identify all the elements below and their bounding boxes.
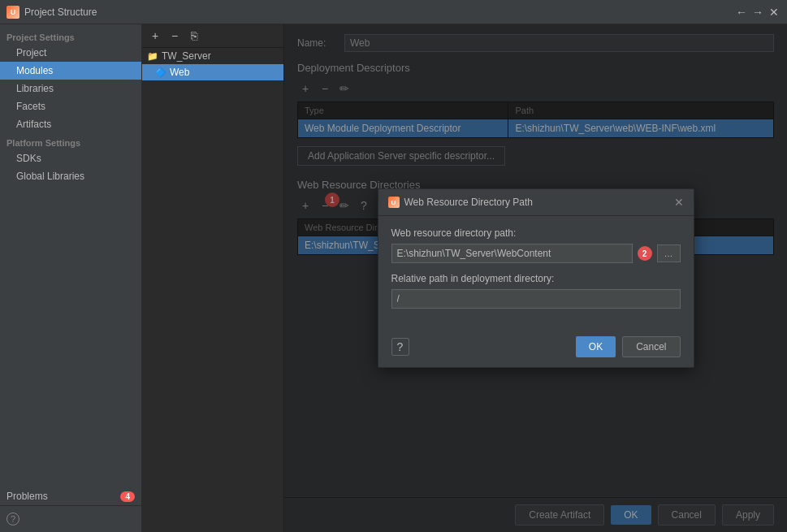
tree-toolbar: + − ⎘: [142, 24, 283, 48]
nav-back-button[interactable]: ←: [735, 6, 748, 19]
modal-logo: U: [388, 197, 400, 208]
window-title: Project Structure: [24, 6, 97, 18]
modal-title: U Web Resource Directory Path: [388, 197, 534, 208]
tree-add-button[interactable]: +: [147, 28, 163, 44]
main-container: Project Settings Project Modules Librari…: [0, 24, 787, 532]
modal-relative-label: Relative path in deployment directory:: [391, 273, 681, 284]
platform-settings-section-label: Platform Settings: [0, 133, 141, 149]
tree-remove-button[interactable]: −: [166, 28, 183, 44]
problems-label: Problems: [6, 491, 48, 502]
sidebar-item-modules[interactable]: Modules: [0, 62, 141, 80]
modal-footer-actions: OK Cancel: [576, 336, 681, 357]
tree-item-tw-server[interactable]: 📁 TW_Server: [142, 48, 283, 64]
modal-relative-input[interactable]: [391, 289, 681, 309]
nav-forward-button[interactable]: →: [751, 6, 764, 19]
tree-item-tw-server-label: TW_Server: [162, 50, 211, 62]
titlebar-left: U Project Structure: [6, 6, 97, 19]
modal-close-button[interactable]: ✕: [674, 196, 684, 209]
sidebar-item-libraries[interactable]: Libraries: [0, 80, 141, 97]
problems-item[interactable]: Problems 4: [0, 487, 141, 505]
module-icon: 🔷: [155, 67, 166, 78]
content-panel: Name: Deployment Descriptors + − ✏ Type …: [284, 24, 787, 532]
modal-browse-button[interactable]: …: [657, 244, 681, 262]
modal-path-badge: 2: [638, 246, 652, 261]
titlebar: U Project Structure ← → ✕: [0, 0, 787, 24]
app-logo: U: [6, 6, 19, 19]
titlebar-controls: ← → ✕: [735, 6, 781, 19]
modal-overlay: U Web Resource Directory Path ✕ Web reso…: [284, 24, 787, 532]
help-icon[interactable]: ?: [6, 513, 19, 526]
modal-ok-button[interactable]: OK: [576, 336, 616, 357]
modal-body: Web resource directory path: 2 … Relativ…: [378, 216, 694, 330]
sidebar-item-project[interactable]: Project: [0, 44, 141, 62]
modal-path-label: Web resource directory path:: [391, 227, 681, 239]
sidebar-item-sdks[interactable]: SDKs: [0, 149, 141, 167]
sidebar: Project Settings Project Modules Librari…: [0, 24, 142, 532]
modal-path-input-row: 2 …: [391, 244, 681, 263]
project-settings-section-label: Project Settings: [0, 28, 141, 44]
web-resource-directory-dialog: U Web Resource Directory Path ✕ Web reso…: [378, 188, 694, 368]
folder-icon: 📁: [147, 51, 158, 62]
close-button[interactable]: ✕: [768, 6, 781, 19]
modal-titlebar: U Web Resource Directory Path ✕: [378, 189, 694, 216]
modal-relative-input-row: [391, 289, 681, 309]
tree-item-web-label: Web: [170, 67, 189, 78]
module-tree-panel: + − ⎘ 📁 TW_Server 🔷 Web: [142, 24, 284, 532]
sidebar-item-global-libraries[interactable]: Global Libraries: [0, 167, 141, 185]
sidebar-item-facets[interactable]: Facets: [0, 97, 141, 115]
modal-cancel-button[interactable]: Cancel: [622, 336, 680, 357]
sidebar-item-artifacts[interactable]: Artifacts: [0, 115, 141, 133]
tree-item-web[interactable]: 🔷 Web: [142, 64, 283, 80]
tree-copy-button[interactable]: ⎘: [186, 28, 202, 44]
modal-footer: ? OK Cancel: [378, 330, 694, 367]
modal-path-input[interactable]: [391, 244, 633, 263]
modal-help-button[interactable]: ?: [391, 338, 409, 356]
problems-badge: 4: [120, 491, 135, 502]
